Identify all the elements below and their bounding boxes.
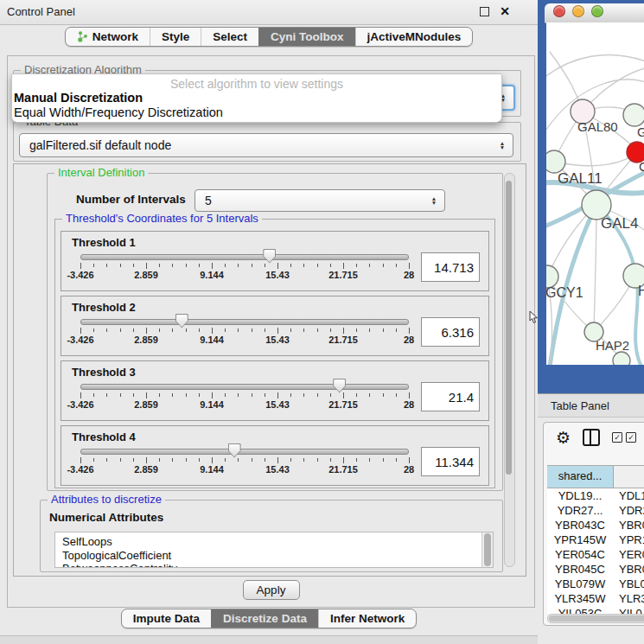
app-root: Control Panel ✕ NetworkStyleSelectCyni T… [0, 0, 644, 644]
column-header-shared-name[interactable]: shared... [547, 466, 614, 488]
mouse-cursor [529, 311, 539, 324]
threshold-label: Threshold 4 [72, 430, 136, 443]
control-panel-tabbar: NetworkStyleSelectCyni ToolboxjActiveMNo… [0, 27, 538, 47]
checkbox-icon[interactable]: ✓ [612, 432, 622, 443]
table-row[interactable]: YLR345WYLR3 [547, 591, 644, 606]
table-row[interactable]: YER054CYER0 [547, 547, 644, 562]
threshold-panel: Threshold 2 -3.4262.8599.14415.4321.7152… [61, 296, 489, 356]
table-hscrollbar-thumb[interactable] [549, 615, 644, 622]
threshold-value-input[interactable] [421, 317, 480, 347]
zoom-light[interactable] [591, 5, 603, 17]
interval-definition-title: Interval Definition [54, 166, 148, 179]
slider-tick-labels: -3.4262.8599.14415.4321.71528 [80, 270, 409, 281]
columns-icon[interactable] [583, 429, 600, 446]
network-window-titlebar[interactable] [545, 3, 644, 23]
threshold-value-input[interactable] [421, 252, 480, 282]
table-hscrollbar[interactable] [547, 614, 644, 623]
slider-thumb[interactable] [263, 249, 276, 264]
checkbox-icon[interactable]: ✓ [626, 432, 636, 443]
close-button[interactable]: ✕ [500, 6, 510, 16]
network-icon [77, 30, 88, 43]
table-row[interactable]: YIL053CYIL0 [547, 606, 644, 614]
network-edge[interactable] [554, 152, 637, 166]
tab-label: Discretize Data [223, 612, 307, 625]
threshold-panel: Threshold 3 -3.4262.8599.14415.4321.7152… [61, 360, 489, 421]
attributes-scrollbar-thumb[interactable] [484, 533, 491, 566]
network-node-label: GAL4 [601, 215, 638, 232]
tab-select[interactable]: Select [201, 28, 258, 46]
slider-thumb[interactable] [333, 379, 346, 393]
bottom-tab-discretize-data[interactable]: Discretize Data [211, 609, 318, 628]
algorithm-option-equal-width[interactable]: Equal Width/Frequency Discretization [12, 105, 501, 120]
table-row[interactable]: YBR043CYBR0 [547, 518, 644, 532]
table-rows: YDL19...YDL1YDR27...YDR2YBR043CYBR0YPR14… [547, 488, 644, 614]
minimize-light[interactable] [572, 5, 584, 17]
panel-bottom-strip [0, 635, 538, 644]
threshold-slider[interactable]: -3.4262.8599.14415.4321.71528 [80, 384, 409, 411]
slider-track[interactable] [80, 319, 409, 325]
settings-scrollbar-thumb[interactable] [506, 181, 512, 475]
slider-ticks [80, 263, 409, 270]
attributes-scrollbar[interactable] [481, 532, 493, 567]
cyni-toolbox-panel: Discretization Algorithm ▲▼ Select algor… [7, 55, 535, 608]
table-panel-card: ⚙ ✓ ✓ shared... n YDL19...YDL1YDR27...YD… [543, 422, 644, 626]
float-button[interactable] [480, 7, 489, 16]
network-edge[interactable] [594, 205, 596, 332]
interval-definition-group: Interval Definition Number of Intervals … [47, 173, 503, 491]
tab-jactivemnodules[interactable]: jActiveMNodules [355, 28, 473, 46]
table-row[interactable]: YPR145WYPR1 [547, 532, 644, 547]
network-node[interactable] [613, 352, 630, 365]
slider-tick-labels: -3.4262.8599.14415.4321.71528 [80, 399, 409, 411]
tab-label: Cyni Toolbox [271, 30, 344, 43]
table-data-group: Table Data galFiltered.sif default node … [13, 122, 521, 162]
slider-track[interactable] [80, 449, 409, 455]
threshold-label: Threshold 3 [72, 366, 136, 379]
settings-scrollbar[interactable] [504, 173, 515, 567]
threshold-slider[interactable]: -3.4262.8599.14415.4321.71528 [80, 319, 409, 346]
threshold-value-input[interactable] [421, 447, 480, 476]
tab-label: Network [92, 30, 138, 43]
network-node[interactable] [623, 104, 644, 126]
number-of-intervals-combo[interactable]: 5 ▲▼ [194, 189, 445, 212]
number-of-intervals-value: 5 [195, 194, 428, 207]
threshold-slider[interactable]: -3.4262.8599.14415.4321.71528 [80, 254, 409, 281]
gear-icon[interactable]: ⚙ [556, 430, 571, 446]
attribute-item[interactable]: SelfLoops [62, 535, 493, 549]
table-row[interactable]: YDL19...YDL1 [547, 488, 644, 503]
network-edge[interactable] [546, 55, 644, 83]
table-row[interactable]: YBL079WYBL0 [547, 577, 644, 591]
table-row[interactable]: YDR27...YDR2 [547, 503, 644, 518]
close-light[interactable] [553, 5, 565, 17]
bottom-tab-impute-data[interactable]: Impute Data [122, 609, 211, 628]
threshold-slider[interactable]: -3.4262.8599.14415.4321.71528 [80, 449, 409, 475]
slider-tick-labels: -3.4262.8599.14415.4321.71528 [80, 464, 409, 475]
apply-button[interactable]: Apply [243, 580, 300, 600]
tab-cyni-toolbox[interactable]: Cyni Toolbox [258, 28, 355, 46]
tab-style[interactable]: Style [150, 28, 201, 46]
tab-network[interactable]: Network [66, 28, 150, 46]
slider-track[interactable] [80, 254, 409, 260]
combo-stepper-icon: ▲▼ [428, 196, 440, 205]
network-node-label: HAP2 [596, 338, 629, 353]
algorithm-settings-panel: Interval Definition Number of Intervals … [13, 163, 526, 577]
slider-ticks [80, 328, 409, 335]
numerical-attributes-label: Numerical Attributes [49, 511, 163, 524]
table-data-combo[interactable]: galFiltered.sif default node ▲▼ [19, 133, 513, 157]
column-header-name[interactable]: n [614, 466, 644, 488]
table-panel: Table Panel ⚙ ✓ ✓ shared... n YDL19...YD… [538, 393, 644, 644]
slider-track[interactable] [80, 384, 409, 390]
thresholds-group: Threshold's Coordinates for 5 Intervals … [54, 219, 495, 488]
network-node-label: H [638, 284, 644, 298]
algorithm-option-manual[interactable]: Manual Discretization [12, 91, 501, 105]
attribute-item[interactable]: TopologicalCoefficient [62, 549, 493, 563]
slider-thumb[interactable] [228, 443, 241, 458]
thresholds-container: Threshold 1 -3.4262.8599.14415.4321.7152… [61, 231, 489, 486]
threshold-label: Threshold 2 [72, 301, 136, 314]
table-row[interactable]: YBR045CYBR0 [547, 562, 644, 577]
slider-thumb[interactable] [175, 314, 188, 328]
network-canvas[interactable]: GAL80GCGAL11GAL4GCY1HHAP2 [546, 22, 644, 365]
control-panel-titlebar: Control Panel ✕ [0, 0, 538, 25]
threshold-value-input[interactable] [421, 382, 480, 411]
bottom-tab-infer-network[interactable]: Infer Network [318, 609, 416, 628]
attribute-item[interactable]: BetweennessCentrality [62, 562, 493, 568]
